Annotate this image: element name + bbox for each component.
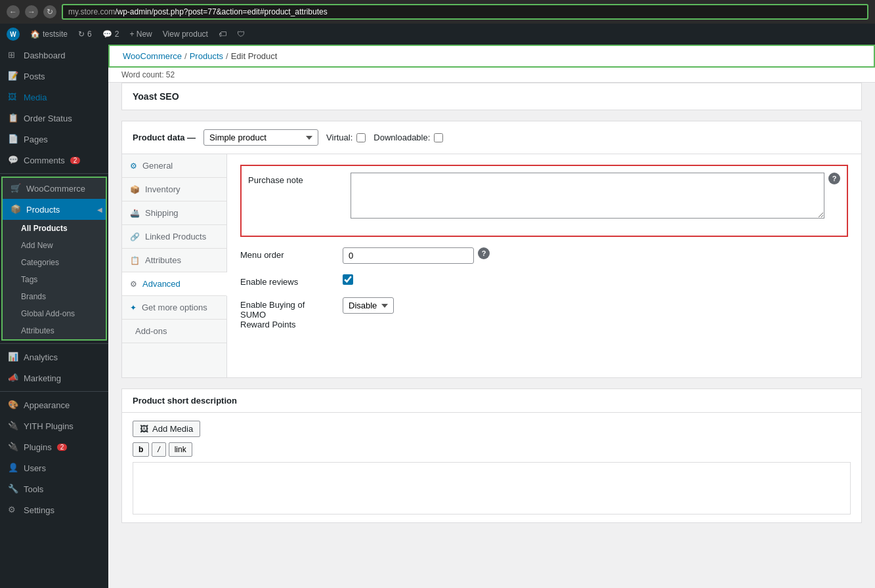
new-item[interactable]: + New <box>129 30 152 39</box>
submenu-item-tags[interactable]: Tags <box>3 271 106 288</box>
shield-icon-item[interactable]: 🛡 <box>237 30 245 39</box>
sidebar-item-appearance[interactable]: 🎨 Appearance <box>0 394 108 415</box>
sumo-select[interactable]: Disable Enable <box>343 297 394 314</box>
tab-linked-products-label: Linked Products <box>145 232 206 242</box>
downloadable-label: Downloadable: <box>373 133 430 142</box>
sidebar-divider-2 <box>0 343 108 344</box>
comments-badge: 2 <box>70 157 81 164</box>
tab-linked-products[interactable]: 🔗 Linked Products <box>122 225 226 249</box>
sidebar-item-media[interactable]: 🖼 Media <box>0 87 108 108</box>
general-icon: ⚙ <box>130 161 137 171</box>
submenu-item-categories[interactable]: Categories <box>3 254 106 271</box>
sidebar-item-dashboard[interactable]: ⊞ Dashboard <box>0 45 108 66</box>
tab-add-ons[interactable]: Add-ons <box>122 320 226 343</box>
sidebar-item-marketing[interactable]: 📣 Marketing <box>0 368 108 388</box>
forward-button[interactable]: → <box>25 5 38 18</box>
purchase-note-textarea[interactable] <box>351 173 824 219</box>
purchase-note-label: Purchase note <box>248 173 340 185</box>
tab-advanced-label: Advanced <box>142 279 181 289</box>
word-count-text: Word count: 52 <box>121 70 175 79</box>
comments-item[interactable]: 💬 2 <box>102 30 119 39</box>
tab-advanced[interactable]: ⚙ Advanced <box>122 272 227 296</box>
tab-get-more[interactable]: ✦ Get more options <box>122 296 226 320</box>
purchase-note-wrap: ? <box>351 173 840 219</box>
site-name-item[interactable]: 🏠 testsite <box>30 30 68 39</box>
sidebar-item-yith[interactable]: 🔌 YITH Plugins <box>0 415 108 436</box>
woocommerce-icon: 🛒 <box>11 183 21 194</box>
product-tabs: ⚙ General 📦 Inventory 🚢 Shipping 🔗 <box>122 154 227 377</box>
tab-inventory[interactable]: 📦 Inventory <box>122 178 226 201</box>
sidebar-label-posts: Posts <box>24 72 45 81</box>
add-media-label: Add Media <box>152 424 193 434</box>
sidebar-item-posts[interactable]: 📝 Posts <box>0 66 108 87</box>
sidebar-item-order-status[interactable]: 📋 Order Status <box>0 108 108 129</box>
purchase-note-field: Purchase note ? <box>248 173 840 219</box>
menu-order-field: Menu order ? <box>240 247 848 264</box>
bold-button[interactable]: b <box>133 442 149 457</box>
submenu-item-brands[interactable]: Brands <box>3 288 106 305</box>
downloadable-checkbox[interactable] <box>434 133 443 142</box>
pages-icon: 📄 <box>8 134 18 144</box>
cache-count: 6 <box>87 30 92 39</box>
tab-general[interactable]: ⚙ General <box>122 154 226 178</box>
wp-main: WooCommerce / Products / Edit Product Wo… <box>108 45 875 588</box>
users-icon: 👤 <box>8 463 18 473</box>
url-bar[interactable]: my.store.com /wp-admin/post.php?post=77&… <box>62 4 868 20</box>
tab-shipping[interactable]: 🚢 Shipping <box>122 201 226 225</box>
enable-reviews-wrap <box>343 274 848 285</box>
add-media-button[interactable]: 🖼 Add Media <box>133 421 200 437</box>
menu-order-wrap: ? <box>343 247 848 264</box>
reload-button[interactable]: ↻ <box>43 5 56 18</box>
sidebar-item-plugins[interactable]: 🔌 Plugins 2 <box>0 436 108 457</box>
browser-chrome: ← → ↻ my.store.com /wp-admin/post.php?po… <box>0 0 875 24</box>
breadcrumb-woocommerce[interactable]: WooCommerce <box>123 51 182 61</box>
submenu-item-attributes[interactable]: Attributes <box>3 322 106 339</box>
tab-attributes[interactable]: 📋 Attributes <box>122 249 226 272</box>
sidebar-item-tools[interactable]: 🔧 Tools <box>0 478 108 499</box>
yoast-icon-item[interactable]: 🏷 <box>219 30 226 39</box>
sidebar-item-analytics[interactable]: 📊 Analytics <box>0 346 108 368</box>
submenu-item-add-new[interactable]: Add New <box>3 237 106 254</box>
enable-reviews-field: Enable reviews <box>240 274 848 287</box>
sumo-wrap: Disable Enable <box>343 297 848 314</box>
menu-order-label: Menu order <box>240 247 332 260</box>
sidebar-item-pages[interactable]: 📄 Pages <box>0 129 108 150</box>
sidebar-item-products[interactable]: 📦 Products ◀ <box>3 199 106 220</box>
purchase-note-help[interactable]: ? <box>828 173 840 184</box>
submenu-item-global-addons[interactable]: Global Add-ons <box>3 305 106 322</box>
cache-item[interactable]: ↻ 6 <box>78 30 92 39</box>
enable-reviews-checkbox[interactable] <box>343 274 353 285</box>
sidebar-label-media: Media <box>24 93 47 102</box>
sidebar-label-dashboard: Dashboard <box>24 51 66 60</box>
wp-logo[interactable]: W <box>7 28 20 41</box>
submenu-item-all-products[interactable]: All Products <box>3 220 106 237</box>
breadcrumb-sep-1: / <box>184 51 187 61</box>
sidebar-divider-3 <box>0 391 108 392</box>
sidebar-item-woocommerce[interactable]: 🛒 WooCommerce <box>3 178 106 199</box>
menu-order-input[interactable] <box>343 247 474 264</box>
editor-toolbar: b / link <box>133 442 851 457</box>
get-more-icon: ✦ <box>130 303 137 312</box>
comments-count: 2 <box>115 30 119 39</box>
sidebar-item-users[interactable]: 👤 Users <box>0 457 108 478</box>
sidebar-label-tools: Tools <box>24 484 43 494</box>
menu-order-help[interactable]: ? <box>478 247 490 259</box>
sumo-label: Enable Buying of SUMO Reward Points <box>240 297 332 329</box>
sidebar-item-comments[interactable]: 💬 Comments 2 <box>0 150 108 171</box>
marketing-icon: 📣 <box>8 373 18 383</box>
downloadable-checkbox-group: Downloadable: <box>373 133 443 142</box>
view-product-item[interactable]: View product <box>163 30 208 39</box>
virtual-checkbox[interactable] <box>356 133 366 142</box>
short-desc-editor[interactable] <box>133 462 851 514</box>
product-type-select[interactable]: Simple product Grouped product External/… <box>203 129 318 146</box>
yoast-icon: 🏷 <box>219 30 226 39</box>
back-button[interactable]: ← <box>7 5 20 18</box>
tab-advanced-content: Purchase note ? Menu order <box>227 154 861 377</box>
italic-button[interactable]: / <box>152 442 165 457</box>
tab-general-label: General <box>142 161 173 171</box>
breadcrumb-products[interactable]: Products <box>190 51 223 61</box>
comment-icon: 💬 <box>102 30 112 39</box>
enable-reviews-label: Enable reviews <box>240 274 332 287</box>
sidebar-item-settings[interactable]: ⚙ Settings <box>0 499 108 520</box>
link-button[interactable]: link <box>169 442 192 457</box>
